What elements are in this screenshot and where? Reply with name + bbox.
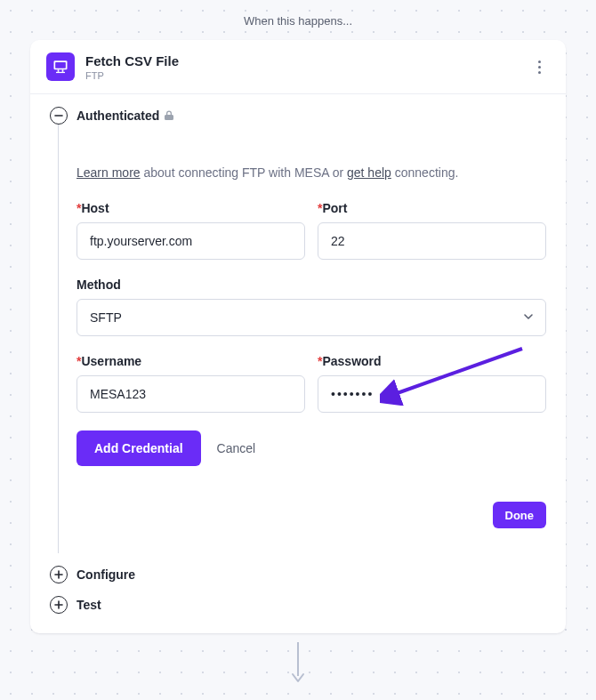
username-input[interactable]	[77, 375, 305, 413]
step-test-label: Test	[77, 598, 101, 612]
help-text: Learn more about connecting FTP with MES…	[77, 165, 546, 180]
add-credential-button[interactable]: Add Credential	[77, 430, 201, 466]
password-label: *Password	[318, 354, 546, 368]
expand-icon	[50, 566, 68, 583]
lock-icon	[165, 110, 173, 122]
app-subtitle: FTP	[85, 70, 179, 81]
step-configure-header[interactable]: Configure	[50, 566, 546, 583]
step-card: Fetch CSV File FTP Authenticated Learn m…	[30, 40, 566, 633]
step-test-header[interactable]: Test	[50, 596, 546, 614]
step-configure-label: Configure	[77, 567, 135, 582]
step-authenticated-label: Authenticated	[77, 109, 159, 123]
learn-more-link[interactable]: Learn more	[77, 165, 141, 180]
svg-rect-1	[55, 62, 66, 68]
flow-arrow-down-icon	[0, 642, 596, 683]
username-label: *Username	[77, 354, 305, 368]
host-label: *Host	[77, 201, 305, 215]
get-help-link[interactable]: get help	[347, 165, 391, 180]
step-authenticated-header[interactable]: Authenticated	[50, 107, 546, 125]
trigger-label: When this happens...	[0, 0, 596, 40]
method-select[interactable]	[77, 299, 546, 336]
done-button[interactable]: Done	[493, 502, 547, 528]
svg-rect-2	[58, 69, 60, 72]
collapse-icon	[50, 107, 68, 125]
method-label: Method	[77, 278, 546, 292]
more-menu-button[interactable]	[528, 57, 550, 77]
port-label: *Port	[318, 201, 546, 215]
password-input[interactable]	[318, 375, 546, 413]
app-title: Fetch CSV File	[85, 53, 179, 68]
card-header: Fetch CSV File FTP	[30, 40, 566, 94]
svg-rect-4	[56, 72, 65, 73]
port-input[interactable]	[318, 222, 546, 260]
svg-rect-3	[62, 69, 64, 72]
expand-icon	[50, 596, 68, 614]
host-input[interactable]	[77, 222, 305, 260]
cancel-button[interactable]: Cancel	[217, 441, 256, 455]
ftp-app-icon	[46, 52, 75, 81]
